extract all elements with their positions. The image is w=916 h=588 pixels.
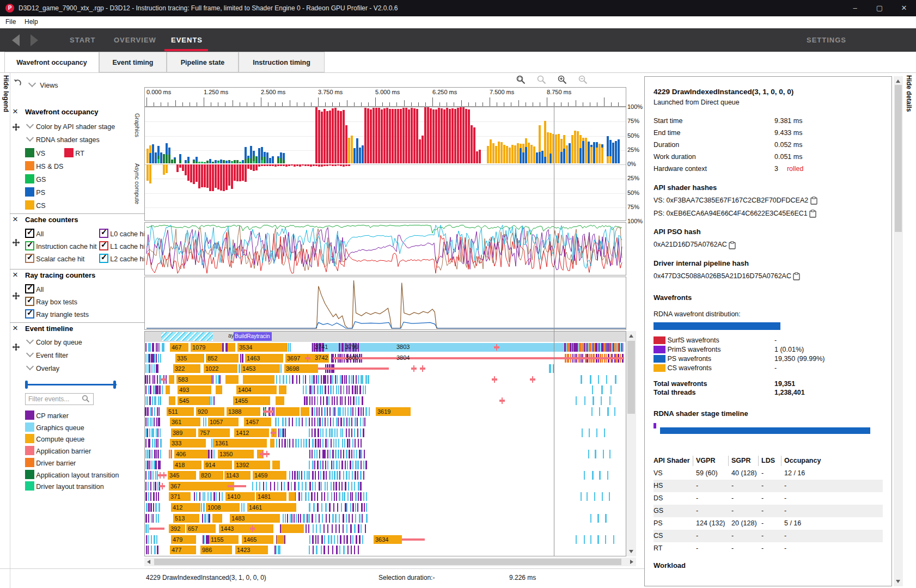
timeline-event-bar[interactable]: 1465	[242, 535, 273, 544]
checkbox-icon[interactable]	[25, 241, 34, 250]
event-filter-dropdown[interactable]: Event filter	[27, 351, 68, 359]
timeline-event-bar[interactable]	[289, 492, 295, 501]
marker-hatch-bar[interactable]	[161, 332, 213, 341]
timeline-event-bar[interactable]: 361	[170, 418, 200, 426]
timeline-event-bar[interactable]: 1457	[244, 418, 271, 426]
timeline-event-bar[interactable]	[279, 385, 286, 394]
checkbox-ray-box-tests[interactable]: Ray box tests	[25, 297, 77, 308]
timeline-event-bar[interactable]: 1455	[233, 396, 270, 405]
maximize-button[interactable]: ▢	[868, 0, 891, 16]
nav-item-events[interactable]: EVENTS	[171, 36, 203, 44]
zoom-out-icon[interactable]	[578, 75, 588, 85]
timeline-event-bar[interactable]: 1461	[247, 503, 296, 512]
timeline-event-bar[interactable]: 820	[199, 471, 223, 480]
timeline-event-bar[interactable]: 322	[173, 364, 200, 373]
details-vscroll-thumb[interactable]	[895, 85, 902, 232]
timeline-event-bar[interactable]: 1143	[224, 471, 251, 480]
nav-back-icon[interactable]	[12, 34, 20, 46]
marker-event-bar[interactable]: BuildRaytracin	[234, 332, 272, 341]
timeline-event-bar[interactable]: 1388	[227, 407, 260, 416]
timeline-event-bar[interactable]: 371	[169, 492, 191, 501]
close-button[interactable]: ✕	[892, 0, 916, 16]
timeline-event-bar[interactable]: 412	[171, 503, 200, 512]
checkbox-ray-triangle-tests[interactable]: Ray triangle tests	[25, 309, 89, 320]
timeline-event-bar[interactable]: 1453	[241, 364, 280, 373]
scroll-down-icon[interactable]	[629, 550, 633, 553]
minimize-button[interactable]: –	[843, 0, 867, 16]
timeline-event-bar[interactable]	[169, 396, 175, 405]
tab-event-timing[interactable]: Event timing	[99, 52, 167, 72]
menu-item-help[interactable]: Help	[25, 18, 38, 26]
timeline-event-bar[interactable]	[216, 385, 222, 394]
timeline-event-bar[interactable]: 511	[167, 407, 194, 416]
timeline-event-bar[interactable]: 1392	[234, 461, 270, 469]
timeline-event-bar[interactable]: 757	[198, 428, 230, 437]
nav-item-overview[interactable]: OVERVIEW	[114, 36, 156, 44]
timeline-event-bar[interactable]: 1423	[235, 546, 268, 554]
timeline-event-bar[interactable]: 1459	[253, 471, 286, 480]
scroll-up-icon[interactable]	[896, 79, 900, 83]
timeline-event-bar[interactable]	[276, 407, 300, 416]
hide-details-strip[interactable]: Hide details	[905, 75, 913, 112]
overlay-dropdown[interactable]: Overlay	[27, 364, 59, 372]
timeline-event-bar[interactable]	[212, 514, 222, 523]
timeline-event-bar[interactable]: 333	[170, 439, 206, 448]
close-timeline-section-icon[interactable]: ×	[13, 324, 18, 332]
timeline-event-bar[interactable]	[169, 375, 174, 384]
timeline-event-bar[interactable]: 367	[169, 482, 234, 491]
timeline-event-bar[interactable]	[276, 396, 284, 405]
checkbox-l0-cache-hit[interactable]: L0 cache hit	[99, 229, 147, 240]
checkbox-l2-cache-hit[interactable]: L2 cache hit	[99, 254, 147, 265]
move-cache-section-icon[interactable]	[12, 238, 20, 247]
scroll-right-icon[interactable]	[630, 560, 633, 564]
checkbox-icon[interactable]	[99, 241, 108, 250]
timeline-event-bar[interactable]	[166, 385, 170, 394]
timeline-event-bar[interactable]: 392	[169, 524, 185, 533]
checkbox-instruction-cache-hit[interactable]: Instruction cache hit	[25, 241, 97, 252]
timeline-event-bar[interactable]: 583	[176, 375, 211, 384]
color-by-queue-dropdown[interactable]: Color by queue	[27, 338, 82, 346]
checkbox-l1-cache-hit[interactable]: L1 cache hit	[99, 241, 147, 252]
slider-handle-left[interactable]	[25, 381, 28, 389]
timeline-hscroll-thumb[interactable]	[154, 559, 621, 565]
tab-pipeline-state[interactable]: Pipeline state	[167, 52, 239, 72]
timeline-event-bar[interactable]: 479	[171, 535, 196, 544]
checkbox-icon[interactable]	[25, 309, 34, 318]
move-timeline-section-icon[interactable]	[12, 343, 20, 351]
timeline-event-bar[interactable]	[281, 524, 304, 533]
timeline-event-bar[interactable]	[225, 375, 239, 384]
timeline-event-bar[interactable]	[301, 407, 309, 416]
timeline-event-bar[interactable]: 1350	[218, 450, 254, 458]
timeline-event-bar[interactable]: 1155	[209, 535, 239, 544]
clipboard-icon[interactable]	[729, 241, 736, 249]
timeline-event-bar[interactable]: 1361	[213, 439, 267, 448]
timeline-event-bar[interactable]: 345	[168, 471, 196, 480]
timeline-event-bar[interactable]: 3534	[237, 343, 288, 352]
hide-legend-strip[interactable]: Hide legend	[2, 75, 10, 112]
timeline-event-bar[interactable]: 1079	[191, 343, 222, 352]
timeline-event-bar[interactable]: 852	[206, 354, 239, 363]
tab-wavefront-occupancy[interactable]: Wavefront occupancy	[4, 52, 99, 72]
scroll-up-icon[interactable]	[629, 334, 633, 338]
timeline-event-bar[interactable]: 418	[173, 461, 201, 469]
close-ray-section-icon[interactable]: ×	[13, 271, 18, 279]
timeline-event-bar[interactable]: 467	[170, 343, 188, 352]
timeline-event-bar[interactable]: 389	[171, 428, 196, 437]
timeline-event-bar[interactable]: 335	[175, 354, 204, 363]
timeline-event-bar[interactable]: 1008	[206, 503, 240, 512]
timeline-event-bar[interactable]: 1057	[208, 418, 239, 426]
tab-instruction-timing[interactable]: Instruction timing	[239, 52, 325, 72]
checkbox-icon[interactable]	[25, 297, 34, 306]
clipboard-icon[interactable]	[810, 197, 817, 205]
timeline-event-bar[interactable]: 986	[200, 546, 232, 554]
timeline-event-bar[interactable]: 513	[173, 514, 199, 523]
clipboard-icon[interactable]	[809, 210, 816, 218]
time-ruler[interactable]: 0.000 ms1.250 ms2.500 ms3.750 ms5.000 ms…	[144, 87, 626, 107]
timeline-event-bar[interactable]	[277, 535, 284, 544]
close-occupancy-section-icon[interactable]: ×	[13, 108, 18, 115]
checkbox-icon[interactable]	[25, 254, 34, 263]
timeline-vscroll-thumb[interactable]	[627, 341, 635, 414]
nav-item-settings[interactable]: SETTINGS	[807, 36, 846, 44]
event-range-slider[interactable]	[25, 380, 118, 390]
timeline-event-bar[interactable]: 1412	[234, 428, 269, 437]
